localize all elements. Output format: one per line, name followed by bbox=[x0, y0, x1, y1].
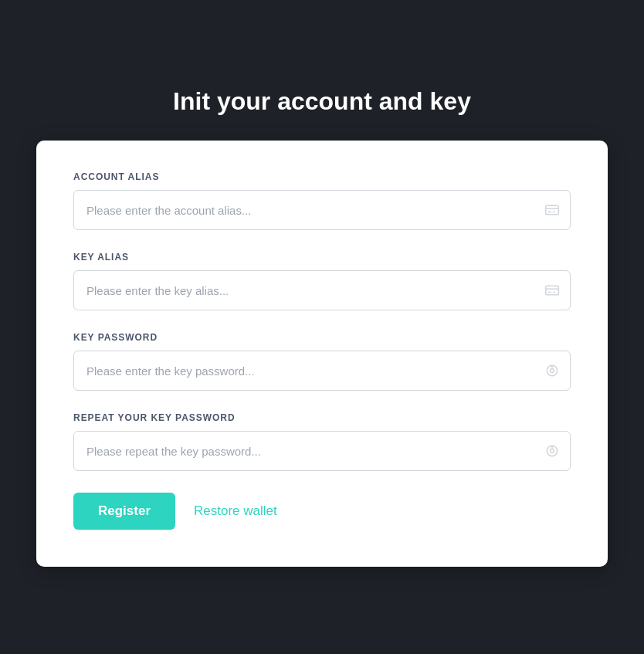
form-actions: Register Restore wallet bbox=[73, 493, 571, 530]
repeat-key-password-input-wrapper bbox=[73, 431, 571, 471]
repeat-key-password-group: REPEAT YOUR KEY PASSWORD bbox=[73, 412, 571, 471]
key-alias-input-wrapper bbox=[73, 270, 571, 310]
register-button[interactable]: Register bbox=[73, 493, 175, 530]
account-alias-group: ACCOUNT ALIAS bbox=[73, 171, 571, 230]
key-password-group: KEY PASSWORD bbox=[73, 332, 571, 391]
restore-wallet-button[interactable]: Restore wallet bbox=[194, 503, 277, 519]
repeat-key-password-input[interactable] bbox=[73, 431, 571, 471]
page-title: Init your account and key bbox=[173, 87, 471, 116]
key-password-input-wrapper bbox=[73, 351, 571, 391]
form-card: ACCOUNT ALIAS KEY ALIAS bbox=[36, 141, 608, 567]
key-password-input[interactable] bbox=[73, 351, 571, 391]
key-alias-input[interactable] bbox=[73, 270, 571, 310]
repeat-key-password-label: REPEAT YOUR KEY PASSWORD bbox=[73, 412, 571, 423]
account-alias-label: ACCOUNT ALIAS bbox=[73, 171, 571, 182]
key-password-label: KEY PASSWORD bbox=[73, 332, 571, 343]
key-alias-group: KEY ALIAS bbox=[73, 252, 571, 310]
key-alias-label: KEY ALIAS bbox=[73, 252, 571, 263]
account-alias-input[interactable] bbox=[73, 190, 571, 230]
account-alias-input-wrapper bbox=[73, 190, 571, 230]
